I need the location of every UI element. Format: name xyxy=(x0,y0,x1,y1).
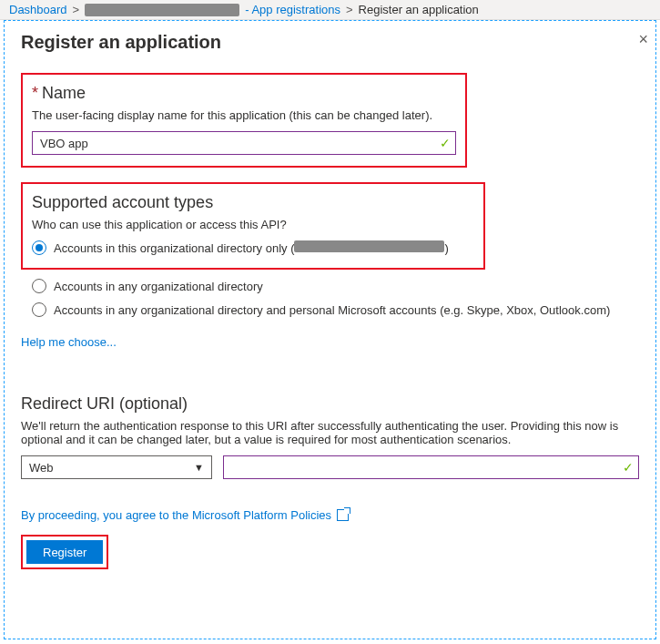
page-title: Register an application xyxy=(21,21,639,58)
required-asterisk-icon: * xyxy=(32,84,38,102)
radio-icon xyxy=(32,279,46,293)
account-type-option-any-org[interactable]: Accounts in any organizational directory xyxy=(32,279,639,293)
name-heading: *Name xyxy=(32,84,456,103)
close-icon[interactable]: × xyxy=(638,30,648,49)
redacted-tenant xyxy=(85,4,239,16)
check-icon: ✓ xyxy=(440,136,451,150)
name-section-highlight: *Name The user-facing display name for t… xyxy=(21,73,467,168)
register-button[interactable]: Register xyxy=(26,540,103,564)
register-button-highlight: Register xyxy=(21,535,108,569)
breadcrumb-app-registrations[interactable]: - App registrations xyxy=(245,3,340,16)
redirect-uri-hint: We'll return the authentication response… xyxy=(21,419,639,446)
policies-link[interactable]: By proceeding, you agree to the Microsof… xyxy=(21,508,639,522)
breadcrumb-current: Register an application xyxy=(359,3,479,16)
account-type-option-org-only[interactable]: Accounts in this organizational director… xyxy=(32,240,474,255)
check-icon: ✓ xyxy=(623,460,634,475)
breadcrumb-sep: > xyxy=(73,3,80,16)
redirect-type-select[interactable]: Web ▼ xyxy=(21,455,212,479)
breadcrumb-dashboard[interactable]: Dashboard xyxy=(9,3,67,16)
radio-label: Accounts in any organizational directory… xyxy=(54,303,610,317)
help-me-choose-link[interactable]: Help me choose... xyxy=(21,335,117,349)
breadcrumb: Dashboard > - App registrations > Regist… xyxy=(0,0,660,20)
register-panel: × Register an application *Name The user… xyxy=(4,20,656,639)
select-value: Web xyxy=(29,461,54,475)
radio-label: Accounts in this organizational director… xyxy=(54,240,449,255)
radio-selected-icon xyxy=(32,240,46,255)
account-types-hint: Who can use this application or access t… xyxy=(32,218,474,231)
external-link-icon xyxy=(337,509,349,521)
radio-label: Accounts in any organizational directory xyxy=(54,280,263,293)
chevron-down-icon: ▼ xyxy=(194,462,204,473)
radio-icon xyxy=(32,302,46,317)
account-type-option-any-org-personal[interactable]: Accounts in any organizational directory… xyxy=(32,302,639,317)
account-types-heading: Supported account types xyxy=(32,193,474,212)
account-types-highlight: Supported account types Who can use this… xyxy=(21,182,485,270)
breadcrumb-sep: > xyxy=(346,3,353,16)
redirect-uri-heading: Redirect URI (optional) xyxy=(21,394,639,414)
name-hint: The user-facing display name for this ap… xyxy=(32,108,456,122)
redacted-org-name xyxy=(294,240,444,252)
redirect-uri-input[interactable] xyxy=(223,455,639,479)
app-name-input[interactable] xyxy=(32,131,456,155)
